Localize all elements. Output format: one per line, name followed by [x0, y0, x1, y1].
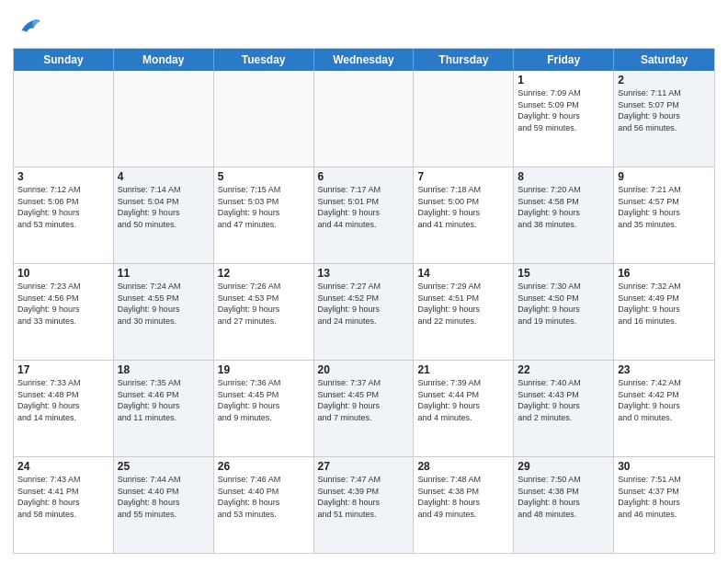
day-info: Sunrise: 7:21 AMSunset: 4:57 PMDaylight:…	[618, 184, 711, 230]
calendar-cell: 11Sunrise: 7:24 AMSunset: 4:55 PMDayligh…	[114, 264, 214, 360]
day-info: Sunrise: 7:09 AMSunset: 5:09 PMDaylight:…	[518, 87, 609, 133]
day-number: 7	[417, 170, 509, 183]
calendar-day-header: Saturday	[614, 49, 714, 71]
calendar-cell: 22Sunrise: 7:40 AMSunset: 4:43 PMDayligh…	[514, 361, 614, 456]
calendar-cell: 19Sunrise: 7:36 AMSunset: 4:45 PMDayligh…	[214, 361, 314, 456]
day-info: Sunrise: 7:39 AMSunset: 4:44 PMDaylight:…	[417, 377, 509, 423]
calendar-header: SundayMondayTuesdayWednesdayThursdayFrid…	[14, 49, 714, 71]
day-info: Sunrise: 7:26 AMSunset: 4:53 PMDaylight:…	[218, 281, 310, 327]
day-info: Sunrise: 7:18 AMSunset: 5:00 PMDaylight:…	[417, 184, 509, 230]
day-info: Sunrise: 7:33 AMSunset: 4:48 PMDaylight:…	[17, 377, 109, 423]
day-info: Sunrise: 7:35 AMSunset: 4:46 PMDaylight:…	[118, 377, 210, 423]
calendar-cell: 26Sunrise: 7:46 AMSunset: 4:40 PMDayligh…	[214, 457, 314, 553]
day-number: 19	[218, 363, 310, 376]
day-info: Sunrise: 7:44 AMSunset: 4:40 PMDaylight:…	[118, 474, 210, 520]
calendar-day-header: Sunday	[14, 49, 114, 71]
day-info: Sunrise: 7:24 AMSunset: 4:55 PMDaylight:…	[118, 281, 210, 327]
day-info: Sunrise: 7:47 AMSunset: 4:39 PMDaylight:…	[318, 474, 410, 520]
page: SundayMondayTuesdayWednesdayThursdayFrid…	[0, 0, 728, 563]
day-number: 26	[218, 460, 310, 473]
day-info: Sunrise: 7:23 AMSunset: 4:56 PMDaylight:…	[17, 281, 109, 327]
calendar-cell: 21Sunrise: 7:39 AMSunset: 4:44 PMDayligh…	[414, 361, 514, 456]
day-number: 10	[17, 267, 109, 280]
calendar-cell: 13Sunrise: 7:27 AMSunset: 4:52 PMDayligh…	[314, 264, 415, 360]
calendar-cell: 24Sunrise: 7:43 AMSunset: 4:41 PMDayligh…	[14, 457, 114, 553]
calendar-cell	[214, 71, 314, 167]
day-number: 23	[618, 363, 711, 376]
calendar-cell: 17Sunrise: 7:33 AMSunset: 4:48 PMDayligh…	[14, 361, 114, 456]
day-info: Sunrise: 7:20 AMSunset: 4:58 PMDaylight:…	[518, 184, 609, 230]
calendar-day-header: Friday	[514, 49, 614, 71]
logo	[13, 15, 40, 40]
day-info: Sunrise: 7:12 AMSunset: 5:06 PMDaylight:…	[17, 184, 109, 230]
day-number: 11	[118, 267, 210, 280]
calendar-cell: 25Sunrise: 7:44 AMSunset: 4:40 PMDayligh…	[114, 457, 214, 553]
day-number: 18	[118, 363, 210, 376]
day-number: 21	[417, 363, 509, 376]
calendar-cell: 18Sunrise: 7:35 AMSunset: 4:46 PMDayligh…	[114, 361, 214, 456]
day-number: 17	[17, 363, 109, 376]
calendar-cell: 15Sunrise: 7:30 AMSunset: 4:50 PMDayligh…	[514, 264, 614, 360]
calendar-cell: 14Sunrise: 7:29 AMSunset: 4:51 PMDayligh…	[414, 264, 514, 360]
day-number: 6	[318, 170, 410, 183]
day-info: Sunrise: 7:30 AMSunset: 4:50 PMDaylight:…	[518, 281, 609, 327]
day-number: 5	[218, 170, 310, 183]
calendar-cell: 7Sunrise: 7:18 AMSunset: 5:00 PMDaylight…	[414, 167, 514, 263]
calendar-cell: 30Sunrise: 7:51 AMSunset: 4:37 PMDayligh…	[614, 457, 714, 553]
calendar-cell: 8Sunrise: 7:20 AMSunset: 4:58 PMDaylight…	[514, 167, 614, 263]
calendar-cell: 28Sunrise: 7:48 AMSunset: 4:38 PMDayligh…	[414, 457, 514, 553]
day-info: Sunrise: 7:11 AMSunset: 5:07 PMDaylight:…	[618, 87, 711, 133]
calendar-day-header: Monday	[114, 49, 214, 71]
calendar-cell: 3Sunrise: 7:12 AMSunset: 5:06 PMDaylight…	[14, 167, 114, 263]
day-number: 29	[518, 460, 609, 473]
day-info: Sunrise: 7:37 AMSunset: 4:45 PMDaylight:…	[318, 377, 410, 423]
day-number: 4	[118, 170, 210, 183]
day-number: 22	[518, 363, 609, 376]
day-info: Sunrise: 7:46 AMSunset: 4:40 PMDaylight:…	[218, 474, 310, 520]
day-info: Sunrise: 7:36 AMSunset: 4:45 PMDaylight:…	[218, 377, 310, 423]
calendar-cell: 2Sunrise: 7:11 AMSunset: 5:07 PMDaylight…	[614, 71, 714, 167]
calendar-cell: 4Sunrise: 7:14 AMSunset: 5:04 PMDaylight…	[114, 167, 214, 263]
day-info: Sunrise: 7:15 AMSunset: 5:03 PMDaylight:…	[218, 184, 310, 230]
day-number: 15	[518, 267, 609, 280]
calendar-row: 1Sunrise: 7:09 AMSunset: 5:09 PMDaylight…	[14, 71, 714, 167]
day-number: 28	[417, 460, 509, 473]
calendar: SundayMondayTuesdayWednesdayThursdayFrid…	[13, 48, 715, 554]
day-number: 13	[318, 267, 410, 280]
calendar-cell: 9Sunrise: 7:21 AMSunset: 4:57 PMDaylight…	[614, 167, 714, 263]
day-info: Sunrise: 7:17 AMSunset: 5:01 PMDaylight:…	[318, 184, 410, 230]
day-info: Sunrise: 7:27 AMSunset: 4:52 PMDaylight:…	[318, 281, 410, 327]
day-number: 16	[618, 267, 711, 280]
calendar-cell	[14, 71, 114, 167]
calendar-row: 17Sunrise: 7:33 AMSunset: 4:48 PMDayligh…	[14, 360, 714, 456]
calendar-row: 10Sunrise: 7:23 AMSunset: 4:56 PMDayligh…	[14, 263, 714, 360]
day-number: 27	[318, 460, 410, 473]
day-number: 24	[17, 460, 109, 473]
calendar-cell: 5Sunrise: 7:15 AMSunset: 5:03 PMDaylight…	[214, 167, 314, 263]
calendar-cell	[314, 71, 415, 167]
day-number: 14	[417, 267, 509, 280]
header	[13, 11, 715, 40]
calendar-cell	[114, 71, 214, 167]
day-info: Sunrise: 7:42 AMSunset: 4:42 PMDaylight:…	[618, 377, 711, 423]
day-number: 20	[318, 363, 410, 376]
calendar-body: 1Sunrise: 7:09 AMSunset: 5:09 PMDaylight…	[14, 71, 714, 553]
day-info: Sunrise: 7:50 AMSunset: 4:38 PMDaylight:…	[518, 474, 609, 520]
day-number: 1	[518, 74, 609, 86]
calendar-cell: 1Sunrise: 7:09 AMSunset: 5:09 PMDaylight…	[514, 71, 614, 167]
calendar-cell: 10Sunrise: 7:23 AMSunset: 4:56 PMDayligh…	[14, 264, 114, 360]
day-info: Sunrise: 7:40 AMSunset: 4:43 PMDaylight:…	[518, 377, 609, 423]
calendar-day-header: Thursday	[414, 49, 514, 71]
calendar-cell: 20Sunrise: 7:37 AMSunset: 4:45 PMDayligh…	[314, 361, 415, 456]
calendar-day-header: Tuesday	[214, 49, 314, 71]
day-info: Sunrise: 7:48 AMSunset: 4:38 PMDaylight:…	[417, 474, 509, 520]
day-number: 8	[518, 170, 609, 183]
day-number: 3	[17, 170, 109, 183]
calendar-row: 24Sunrise: 7:43 AMSunset: 4:41 PMDayligh…	[14, 456, 714, 553]
calendar-cell	[414, 71, 514, 167]
day-number: 9	[618, 170, 711, 183]
calendar-cell: 29Sunrise: 7:50 AMSunset: 4:38 PMDayligh…	[514, 457, 614, 553]
calendar-cell: 23Sunrise: 7:42 AMSunset: 4:42 PMDayligh…	[614, 361, 714, 456]
calendar-cell: 27Sunrise: 7:47 AMSunset: 4:39 PMDayligh…	[314, 457, 415, 553]
day-number: 30	[618, 460, 711, 473]
